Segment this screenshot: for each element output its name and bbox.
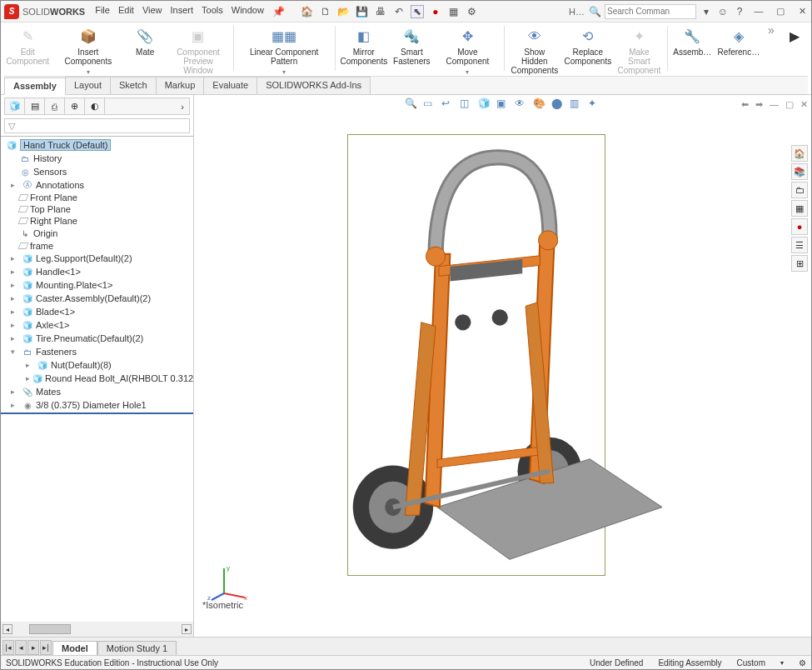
view-palette-tab[interactable]: ▦ [791, 200, 808, 217]
search-dropdown-icon[interactable]: ▾ [700, 5, 713, 18]
expand-icon[interactable]: ▸ [11, 268, 19, 276]
display-manager-tab[interactable]: ◐ [85, 98, 105, 114]
zoom-area-icon[interactable]: ▭ [423, 98, 436, 111]
new-icon[interactable]: 🗋 [319, 5, 332, 18]
configuration-manager-tab[interactable]: ⎙ [45, 98, 65, 114]
move-component-button[interactable]: ✥Move Component▾ [434, 24, 501, 76]
render-icon[interactable]: ✦ [588, 98, 601, 111]
search-input[interactable] [605, 4, 696, 19]
status-units[interactable]: Custom [737, 658, 765, 668]
play-button[interactable]: ▶ [780, 24, 808, 48]
expand-icon[interactable]: ▸ [11, 294, 19, 302]
hide-show-icon[interactable]: 👁 [515, 98, 528, 111]
zoom-fit-icon[interactable]: 🔍 [405, 98, 418, 111]
save-icon[interactable]: 💾 [356, 5, 369, 18]
doc-next-icon[interactable]: ➡ [755, 99, 763, 110]
smart-fasteners-button[interactable]: 🔩Smart Fasteners [391, 24, 432, 68]
model-hand-truck[interactable] [197, 113, 790, 612]
design-library-tab[interactable]: 📚 [791, 163, 808, 180]
tree-fasteners[interactable]: ▾🗀Fasteners [1, 345, 193, 358]
doc-restore-icon[interactable]: — [770, 99, 779, 109]
tree-frame[interactable]: frame [1, 240, 193, 252]
open-icon[interactable]: 📂 [337, 5, 351, 18]
tree-bolt[interactable]: ▸🧊Round Head Bolt_AI(RHBOLT 0.312 [1, 372, 193, 385]
custom-props-tab[interactable]: ☰ [791, 237, 808, 253]
feature-manager-tab[interactable]: 🧊 [5, 98, 25, 114]
tree-origin[interactable]: ↳Origin [1, 227, 193, 240]
minimize-icon[interactable]: — [753, 6, 765, 17]
linear-pattern-button[interactable]: ▦▦Linear Component Pattern▾ [237, 24, 331, 76]
tab-addins[interactable]: SOLIDWORKS Add-Ins [257, 77, 371, 94]
select-icon[interactable]: ⬉ [411, 5, 424, 18]
tree-history[interactable]: 🗀History [1, 152, 193, 165]
collapse-icon[interactable]: ▾ [11, 348, 19, 356]
tab-scroll-end-icon[interactable]: ▸| [40, 640, 52, 655]
tree-right-plane[interactable]: Right Plane [1, 215, 193, 227]
mirror-components-button[interactable]: ◧Mirror Components [338, 24, 389, 68]
undo-icon[interactable]: ↶ [392, 5, 406, 18]
expand-icon[interactable]: ▸ [26, 361, 34, 369]
help-icon[interactable]: ? [733, 5, 746, 18]
menu-window[interactable]: Window [232, 5, 264, 18]
scroll-left-icon[interactable]: ◂ [2, 624, 12, 634]
view-orientation-icon[interactable]: 🧊 [478, 98, 491, 111]
rebuild-icon[interactable]: ● [429, 5, 442, 18]
expand-icon[interactable]: ▸ [11, 388, 19, 396]
unit-label[interactable]: H… [569, 7, 585, 17]
mate-button[interactable]: 📎Mate [125, 24, 165, 58]
scroll-thumb[interactable] [29, 624, 71, 634]
tree-mounting-plate[interactable]: ▸🧊Mounting.Plate<1> [1, 278, 193, 292]
tab-sketch[interactable]: Sketch [110, 77, 157, 94]
component-preview-button[interactable]: ▣Component Preview Window [167, 24, 230, 76]
print-icon[interactable]: 🖶 [374, 5, 387, 18]
sidebar-hscrollbar[interactable]: ◂ ▸ [1, 622, 193, 637]
tree-nut[interactable]: ▸🧊Nut(Default)(8) [1, 358, 193, 372]
property-manager-tab[interactable]: ▤ [25, 98, 45, 114]
tree-tire[interactable]: ▸🧊Tire.Pneumatic(Default)(2) [1, 332, 193, 345]
tree-root[interactable]: 🧊Hand Truck (Default) [1, 138, 193, 152]
show-hidden-button[interactable]: 👁Show Hidden Components [508, 24, 560, 76]
apply-scene-icon[interactable]: ⬤ [551, 98, 565, 111]
chevron-down-icon[interactable]: ▾ [466, 68, 469, 76]
expand-icon[interactable]: ▸ [11, 254, 19, 262]
pin-icon[interactable]: 📌 [272, 5, 286, 18]
tree-front-plane[interactable]: Front Plane [1, 192, 193, 203]
tab-model[interactable]: Model [52, 641, 97, 655]
settings-icon[interactable]: ⚙ [466, 5, 479, 18]
tree-caster[interactable]: ▸🧊Caster.Assembly(Default)(2) [1, 292, 193, 305]
options-icon[interactable]: ▦ [447, 5, 461, 18]
scroll-right-icon[interactable]: ▸ [182, 624, 192, 634]
tab-layout[interactable]: Layout [65, 77, 111, 94]
expand-icon[interactable]: ▸ [11, 334, 19, 342]
doc-prev-icon[interactable]: ⬅ [741, 99, 749, 110]
menu-tools[interactable]: Tools [202, 5, 223, 18]
previous-view-icon[interactable]: ↩ [441, 98, 455, 111]
display-style-icon[interactable]: ▣ [496, 98, 510, 111]
edit-appearance-icon[interactable]: 🎨 [533, 98, 546, 111]
tree-blade[interactable]: ▸🧊Blade<1> [1, 305, 193, 318]
home-icon[interactable]: 🏠 [301, 5, 314, 18]
menu-view[interactable]: View [142, 5, 162, 18]
manager-expand[interactable]: › [105, 98, 189, 114]
resources-tab[interactable]: 🏠 [791, 145, 808, 162]
doc-max-icon[interactable]: ▢ [785, 99, 794, 110]
menu-file[interactable]: File [95, 5, 110, 18]
dimxpert-manager-tab[interactable]: ⊕ [65, 98, 85, 114]
tree-handle[interactable]: ▸🧊Handle<1> [1, 265, 193, 278]
expand-icon[interactable]: ▸ [11, 401, 19, 409]
expand-icon[interactable]: ▸ [11, 321, 19, 329]
tree-hole[interactable]: ▸◉3/8 (0.375) Diameter Hole1 [1, 398, 193, 414]
expand-icon[interactable]: ▸ [26, 374, 30, 382]
tab-markup[interactable]: Markup [156, 77, 205, 94]
tab-scroll-left-icon[interactable]: ◂ [15, 640, 27, 655]
maximize-icon[interactable]: ▢ [775, 6, 786, 17]
reference-geometry-button[interactable]: ◈Referenc… [715, 24, 762, 58]
expand-icon[interactable]: ▸ [11, 308, 19, 316]
tab-assembly[interactable]: Assembly [4, 78, 66, 95]
tab-scroll-right-icon[interactable]: ▸ [27, 640, 39, 655]
file-explorer-tab[interactable]: 🗀 [791, 182, 808, 198]
status-gear-icon[interactable]: ⚙ [799, 658, 806, 668]
tree-annotations[interactable]: ▸ⒶAnnotations [1, 178, 193, 192]
close-icon[interactable]: ✕ [796, 6, 808, 17]
tree-filter[interactable]: ▽ [4, 118, 190, 133]
